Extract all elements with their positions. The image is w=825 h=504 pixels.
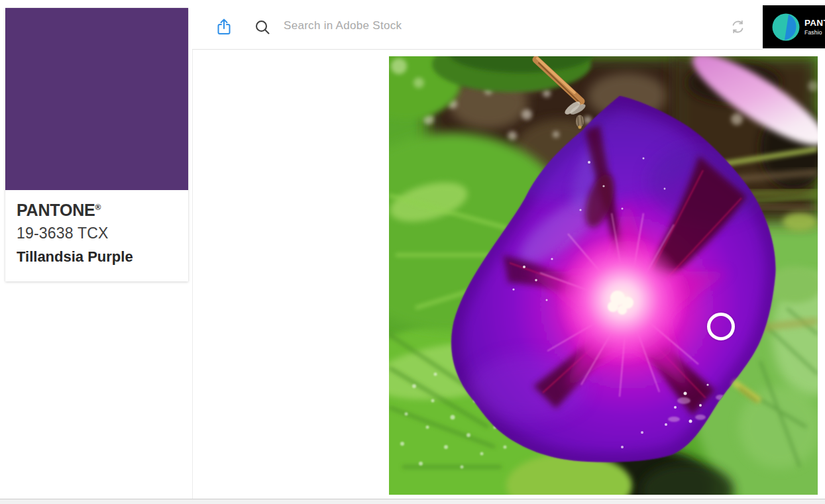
pantone-connect-logo[interactable]: PANT Fashio (763, 5, 825, 48)
refresh-icon (730, 19, 745, 34)
search-icon[interactable] (254, 19, 270, 35)
app-window: PANTONE® 19-3638 TCX Tillandsia Purple (0, 0, 825, 504)
registered-mark: ® (95, 203, 101, 212)
horizontal-scrollbar[interactable] (0, 499, 825, 504)
share-button[interactable] (216, 17, 232, 36)
pantone-code: 19-3638 TCX (17, 225, 188, 242)
pantone-color-name: Tillandsia Purple (17, 248, 188, 266)
color-picker-ring[interactable] (707, 313, 735, 340)
pantone-color-card[interactable]: PANTONE® 19-3638 TCX Tillandsia Purple (5, 8, 188, 281)
sidebar: PANTONE® 19-3638 TCX Tillandsia Purple (0, 0, 193, 499)
refresh-button[interactable] (730, 19, 745, 34)
pantone-logo-mark-icon (772, 13, 800, 41)
share-icon (216, 17, 232, 36)
logo-text: PANT Fashio (804, 18, 825, 36)
logo-line2: Fashio (804, 29, 825, 36)
topbar: PANT Fashio (192, 0, 825, 50)
stock-photo[interactable] (389, 56, 818, 495)
pantone-brand: PANTONE® (17, 201, 188, 220)
logo-line1: PANT (804, 18, 825, 28)
search-input[interactable] (282, 13, 656, 38)
pantone-swatch (5, 8, 188, 190)
pantone-card-text: PANTONE® 19-3638 TCX Tillandsia Purple (5, 190, 188, 266)
